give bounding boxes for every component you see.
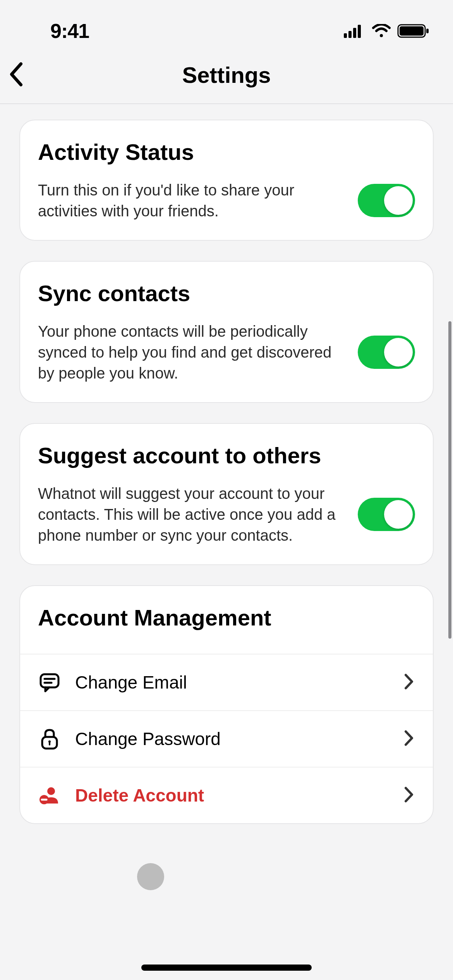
chevron-left-icon xyxy=(8,61,25,88)
sync-contacts-desc: Your phone contacts will be periodically… xyxy=(38,321,342,384)
change-email-label: Change Email xyxy=(75,672,390,693)
svg-rect-2 xyxy=(353,28,356,38)
change-password-label: Change Password xyxy=(75,728,390,749)
suggest-account-toggle[interactable] xyxy=(358,498,415,531)
chevron-right-icon xyxy=(403,729,415,749)
activity-status-title: Activity Status xyxy=(38,139,415,165)
cellular-icon xyxy=(344,24,365,38)
nav-header: Settings xyxy=(0,54,453,104)
home-indicator[interactable] xyxy=(141,965,312,971)
wifi-icon xyxy=(372,24,391,38)
account-management-card: Account Management Change Email xyxy=(19,585,434,824)
svg-rect-1 xyxy=(348,31,352,38)
activity-status-card: Activity Status Turn this on if you'd li… xyxy=(19,120,434,241)
change-email-row[interactable]: Change Email xyxy=(20,654,433,710)
user-remove-icon xyxy=(38,784,61,807)
sync-contacts-toggle[interactable] xyxy=(358,336,415,369)
svg-rect-0 xyxy=(344,33,347,38)
sync-contacts-card: Sync contacts Your phone contacts will b… xyxy=(19,261,434,403)
svg-rect-8 xyxy=(41,674,58,687)
chevron-right-icon xyxy=(403,786,415,805)
svg-rect-6 xyxy=(400,26,424,36)
content: Activity Status Turn this on if you'd li… xyxy=(0,104,453,840)
scrollbar[interactable] xyxy=(448,321,451,639)
suggest-account-card: Suggest account to others Whatnot will s… xyxy=(19,423,434,565)
svg-rect-7 xyxy=(426,29,429,33)
svg-point-14 xyxy=(47,787,55,795)
toggle-knob xyxy=(384,338,413,367)
toggle-knob xyxy=(384,186,413,215)
status-bar: 9:41 xyxy=(0,0,453,54)
lock-icon xyxy=(38,727,61,750)
suggest-account-desc: Whatnot will suggest your account to you… xyxy=(38,483,342,546)
change-password-row[interactable]: Change Password xyxy=(20,710,433,767)
activity-status-desc: Turn this on if you'd like to share your… xyxy=(38,180,342,221)
message-icon xyxy=(38,671,61,694)
svg-rect-3 xyxy=(358,25,361,38)
account-management-title: Account Management xyxy=(38,605,415,630)
page-title: Settings xyxy=(12,62,441,88)
battery-icon xyxy=(397,23,430,39)
chevron-right-icon xyxy=(403,673,415,692)
activity-status-toggle[interactable] xyxy=(358,184,415,217)
status-time: 9:41 xyxy=(50,19,89,43)
suggest-account-title: Suggest account to others xyxy=(38,442,415,468)
delete-account-label: Delete Account xyxy=(75,785,390,806)
sync-contacts-title: Sync contacts xyxy=(38,280,415,306)
status-icons xyxy=(344,23,430,39)
back-button[interactable] xyxy=(8,61,25,89)
touch-indicator xyxy=(137,863,164,890)
toggle-knob xyxy=(384,500,413,529)
delete-account-row[interactable]: Delete Account xyxy=(20,767,433,823)
svg-point-4 xyxy=(380,34,383,37)
